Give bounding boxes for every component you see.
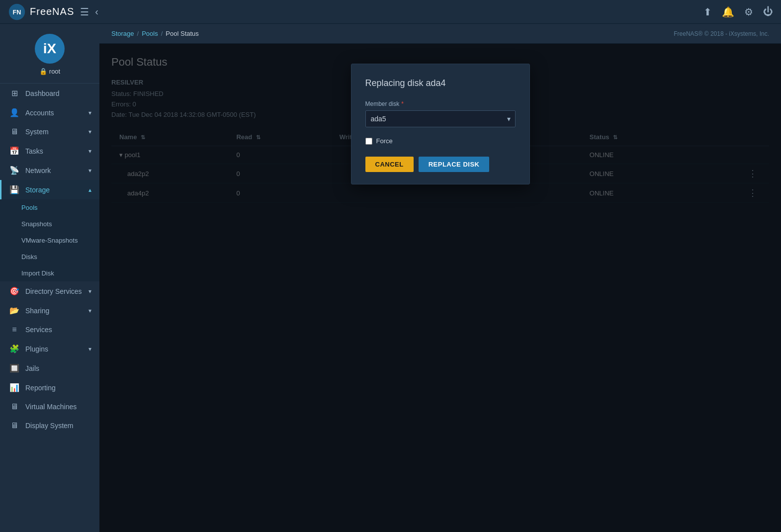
sidebar-item-system[interactable]: 🖥 System ▾ [0,122,99,141]
jails-icon: 🔲 [9,363,19,373]
sidebar-item-display-system[interactable]: 🖥 Display System [0,416,99,435]
sidebar-item-label: Reporting [25,384,91,392]
sidebar-item-sharing[interactable]: 📂 Sharing ▾ [0,301,99,320]
sidebar-item-plugins[interactable]: 🧩 Plugins ▾ [0,339,99,358]
breadcrumb-sep-2: / [161,30,163,37]
system-icon: 🖥 [9,127,19,136]
topbar-left: FN FreeNAS ☰ ‹ [8,3,98,21]
replace-disk-button[interactable]: REPLACE DISK [419,157,490,172]
directory-icon: 🎯 [9,286,19,296]
sidebar: iX 🔒 root ⊞ Dashboard 👤 Accounts ▾ 🖥 Sys… [0,24,99,532]
sidebar-item-directory-services[interactable]: 🎯 Directory Services ▾ [0,281,99,301]
sidebar-subitem-disks[interactable]: Disks [0,249,99,265]
logo-area: FN FreeNAS [8,3,74,21]
freenas-logo-icon: FN [8,3,26,21]
sidebar-item-jails[interactable]: 🔲 Jails [0,358,99,378]
arrow-icon: ▾ [88,109,91,116]
bell-icon[interactable]: 🔔 [722,6,734,18]
topbar: FN FreeNAS ☰ ‹ ⬆ 🔔 ⚙ ⏻ [0,0,781,24]
breadcrumb-sep-1: / [137,30,139,37]
sidebar-item-accounts[interactable]: 👤 Accounts ▾ [0,103,99,122]
breadcrumb: Storage / Pools / Pool Status [111,30,199,37]
menu-icon[interactable]: ☰ [80,6,89,18]
sidebar-item-label: Jails [25,364,91,372]
arrow-icon: ▾ [88,148,91,155]
sidebar-item-reporting[interactable]: 📊 Reporting [0,378,99,397]
sidebar-item-label: Display System [25,422,91,430]
sidebar-item-label: System [25,128,83,136]
sidebar-item-label: Sharing [25,307,83,315]
lock-icon: 🔒 [39,68,47,75]
back-icon[interactable]: ‹ [95,6,98,17]
sharing-icon: 📂 [9,306,19,315]
sidebar-item-label: Services [25,326,91,334]
breadcrumb-pools[interactable]: Pools [142,30,158,37]
sidebar-item-dashboard[interactable]: ⊞ Dashboard [0,84,99,103]
dashboard-icon: ⊞ [9,89,19,98]
breadcrumb-bar: Storage / Pools / Pool Status FreeNAS® ©… [99,24,781,44]
sidebar-item-label: Tasks [25,147,83,155]
services-icon: ≡ [9,325,19,334]
settings-icon[interactable]: ⚙ [744,6,753,18]
power-icon[interactable]: ⏻ [763,6,773,17]
copyright: FreeNAS® © 2018 - iXsystems, Inc. [674,30,769,37]
replace-disk-modal: Replacing disk ada4 Member disk * ada5 a… [351,64,530,184]
sidebar-subitem-import-disk[interactable]: Import Disk [0,265,99,281]
member-disk-select[interactable]: ada5 ada3 ada6 [365,110,516,127]
arrow-icon: ▾ [88,288,91,295]
sidebar-item-network[interactable]: 📡 Network ▾ [0,161,99,180]
reporting-icon: 📊 [9,383,19,392]
user-section: iX 🔒 root [0,24,99,84]
arrow-icon: ▾ [88,167,91,174]
avatar: iX [35,34,65,64]
force-checkbox-group: Force [365,137,516,145]
upload-icon[interactable]: ⬆ [703,6,712,18]
plugins-icon: 🧩 [9,344,19,354]
storage-subnav: Pools Snapshots VMware-Snapshots Disks I… [0,199,99,281]
sidebar-item-label: Network [25,167,83,175]
breadcrumb-storage[interactable]: Storage [111,30,134,37]
vm-icon: 🖥 [9,402,19,411]
sidebar-subitem-snapshots[interactable]: Snapshots [0,216,99,232]
sidebar-item-label: Virtual Machines [25,403,91,411]
sidebar-item-storage[interactable]: 💾 Storage ▴ [0,180,99,199]
display-icon: 🖥 [9,421,19,430]
force-checkbox[interactable] [365,138,372,145]
sidebar-item-label: Storage [25,186,83,194]
modal-title: Replacing disk ada4 [365,78,516,89]
sidebar-subitem-vmware-snapshots[interactable]: VMware-Snapshots [0,232,99,249]
topbar-right: ⬆ 🔔 ⚙ ⏻ [703,6,773,18]
sidebar-item-virtual-machines[interactable]: 🖥 Virtual Machines [0,397,99,416]
modal-actions: CANCEL REPLACE DISK [365,157,516,172]
arrow-icon: ▾ [88,307,91,314]
arrow-icon: ▾ [88,128,91,135]
sidebar-subitem-pools[interactable]: Pools [0,199,99,216]
sidebar-item-label: Dashboard [25,89,91,97]
arrow-icon: ▴ [88,186,91,193]
user-name: 🔒 root [39,68,60,75]
sidebar-item-services[interactable]: ≡ Services [0,320,99,339]
member-disk-label: Member disk * [365,100,516,107]
cancel-button[interactable]: CANCEL [365,157,414,172]
accounts-icon: 👤 [9,108,19,117]
app-name: FreeNAS [30,6,74,17]
arrow-icon: ▾ [88,346,91,353]
breadcrumb-current: Pool Status [166,30,199,37]
storage-icon: 💾 [9,185,19,194]
member-disk-group: Member disk * ada5 ada3 ada6 [365,100,516,127]
sidebar-item-tasks[interactable]: 📅 Tasks ▾ [0,141,99,161]
sidebar-item-label: Directory Services [25,287,83,295]
avatar-text: iX [43,41,56,57]
member-disk-select-wrapper: ada5 ada3 ada6 [365,110,516,127]
required-star: * [401,100,404,107]
sidebar-item-label: Plugins [25,345,83,353]
content-area: Pool Status RESILVER Status: FINISHED Er… [99,44,781,532]
layout: iX 🔒 root ⊞ Dashboard 👤 Accounts ▾ 🖥 Sys… [0,24,781,532]
tasks-icon: 📅 [9,146,19,156]
main-content: Storage / Pools / Pool Status FreeNAS® ©… [99,24,781,532]
modal-overlay: Replacing disk ada4 Member disk * ada5 a… [99,44,781,532]
sidebar-item-label: Accounts [25,109,83,117]
svg-text:FN: FN [13,9,21,16]
network-icon: 📡 [9,166,19,175]
force-label[interactable]: Force [376,137,393,145]
